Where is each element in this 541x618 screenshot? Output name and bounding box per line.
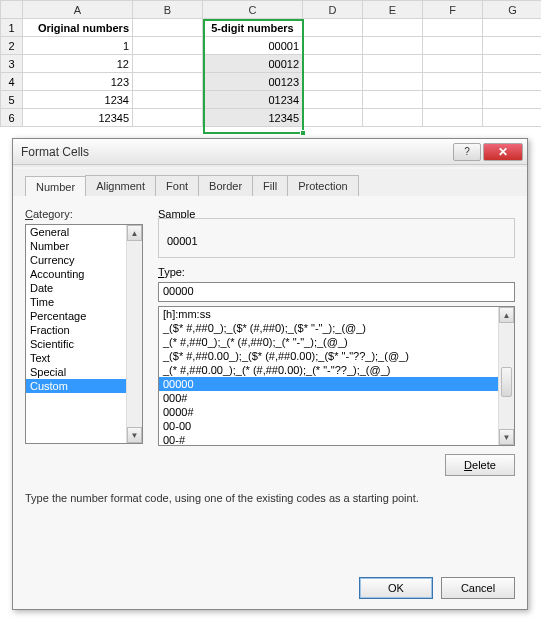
row-header-3[interactable]: 3 (1, 55, 23, 73)
cell-e2[interactable] (363, 37, 423, 55)
delete-button[interactable]: Delete (445, 454, 515, 476)
cell-e5[interactable] (363, 91, 423, 109)
tab-border[interactable]: Border (198, 175, 253, 197)
category-item[interactable]: Accounting (26, 267, 142, 281)
format-item[interactable]: _(* #,##0.00_);_(* (#,##0.00);_(* "-"??_… (159, 363, 514, 377)
col-header-b[interactable]: B (133, 1, 203, 19)
cell-g1[interactable] (483, 19, 542, 37)
cell-d2[interactable] (303, 37, 363, 55)
scroll-down-icon[interactable]: ▼ (499, 429, 514, 445)
cell-g3[interactable] (483, 55, 542, 73)
row-header-5[interactable]: 5 (1, 91, 23, 109)
category-item[interactable]: Fraction (26, 323, 142, 337)
cell-c5[interactable]: 01234 (203, 91, 303, 109)
col-header-f[interactable]: F (423, 1, 483, 19)
cell-d6[interactable] (303, 109, 363, 127)
category-item[interactable]: Text (26, 351, 142, 365)
format-item[interactable]: 00-# (159, 433, 514, 446)
col-header-e[interactable]: E (363, 1, 423, 19)
select-all-corner[interactable] (1, 1, 23, 19)
cell-g4[interactable] (483, 73, 542, 91)
category-item[interactable]: General (26, 225, 142, 239)
type-input[interactable]: 00000 (158, 282, 515, 302)
cell-d1[interactable] (303, 19, 363, 37)
category-item[interactable]: Currency (26, 253, 142, 267)
col-header-a[interactable]: A (23, 1, 133, 19)
col-header-d[interactable]: D (303, 1, 363, 19)
cell-c1[interactable]: 5-digit numbers (203, 19, 303, 37)
cell-f2[interactable] (423, 37, 483, 55)
row-header-2[interactable]: 2 (1, 37, 23, 55)
cell-a5[interactable]: 1234 (23, 91, 133, 109)
scroll-up-icon[interactable]: ▲ (499, 307, 514, 323)
row-header-4[interactable]: 4 (1, 73, 23, 91)
cell-e6[interactable] (363, 109, 423, 127)
cell-g5[interactable] (483, 91, 542, 109)
cell-e3[interactable] (363, 55, 423, 73)
tab-alignment[interactable]: Alignment (85, 175, 156, 197)
cell-b4[interactable] (133, 73, 203, 91)
category-item[interactable]: Date (26, 281, 142, 295)
category-item[interactable]: Number (26, 239, 142, 253)
scroll-thumb[interactable] (501, 367, 512, 397)
format-item-selected[interactable]: 00000 (159, 377, 514, 391)
cell-b5[interactable] (133, 91, 203, 109)
cell-d4[interactable] (303, 73, 363, 91)
category-listbox[interactable]: General Number Currency Accounting Date … (25, 224, 143, 444)
cell-g2[interactable] (483, 37, 542, 55)
cell-f5[interactable] (423, 91, 483, 109)
cell-c2[interactable]: 00001 (203, 37, 303, 55)
category-item[interactable]: Percentage (26, 309, 142, 323)
cell-d3[interactable] (303, 55, 363, 73)
tab-protection[interactable]: Protection (287, 175, 359, 197)
category-item[interactable]: Time (26, 295, 142, 309)
cell-f6[interactable] (423, 109, 483, 127)
cell-c6[interactable]: 12345 (203, 109, 303, 127)
fill-handle[interactable] (300, 130, 306, 136)
format-item[interactable]: _(* #,##0_);_(* (#,##0);_(* "-"_);_(@_) (159, 335, 514, 349)
cell-c3[interactable]: 00012 (203, 55, 303, 73)
cell-g6[interactable] (483, 109, 542, 127)
cell-a2[interactable]: 1 (23, 37, 133, 55)
cell-e1[interactable] (363, 19, 423, 37)
help-button[interactable]: ? (453, 143, 481, 161)
scroll-up-icon[interactable]: ▲ (127, 225, 142, 241)
row-header-1[interactable]: 1 (1, 19, 23, 37)
cell-d5[interactable] (303, 91, 363, 109)
category-item-custom[interactable]: Custom (26, 379, 142, 393)
format-item[interactable]: 000# (159, 391, 514, 405)
cell-a3[interactable]: 12 (23, 55, 133, 73)
row-header-6[interactable]: 6 (1, 109, 23, 127)
category-item[interactable]: Special (26, 365, 142, 379)
tab-number[interactable]: Number (25, 176, 86, 198)
format-code-listbox[interactable]: [h]:mm:ss _($* #,##0_);_($* (#,##0);_($*… (158, 306, 515, 446)
cell-b3[interactable] (133, 55, 203, 73)
tab-font[interactable]: Font (155, 175, 199, 197)
format-item[interactable]: _($* #,##0.00_);_($* (#,##0.00);_($* "-"… (159, 349, 514, 363)
cell-a4[interactable]: 123 (23, 73, 133, 91)
format-scrollbar[interactable]: ▲ ▼ (498, 307, 514, 445)
cancel-button[interactable]: Cancel (441, 577, 515, 599)
format-item[interactable]: _($* #,##0_);_($* (#,##0);_($* "-"_);_(@… (159, 321, 514, 335)
category-item[interactable]: Scientific (26, 337, 142, 351)
ok-button[interactable]: OK (359, 577, 433, 599)
cell-e4[interactable] (363, 73, 423, 91)
category-scrollbar[interactable]: ▲ ▼ (126, 225, 142, 443)
cell-f3[interactable] (423, 55, 483, 73)
cell-b2[interactable] (133, 37, 203, 55)
cell-b1[interactable] (133, 19, 203, 37)
spreadsheet-grid[interactable]: A B C D E F G 1 Original numbers 5-digit… (0, 0, 541, 127)
col-header-g[interactable]: G (483, 1, 542, 19)
format-item[interactable]: [h]:mm:ss (159, 307, 514, 321)
format-item[interactable]: 0000# (159, 405, 514, 419)
cell-b6[interactable] (133, 109, 203, 127)
dialog-titlebar[interactable]: Format Cells ? ✕ (13, 139, 527, 165)
tab-fill[interactable]: Fill (252, 175, 288, 197)
cell-a6[interactable]: 12345 (23, 109, 133, 127)
cell-f1[interactable] (423, 19, 483, 37)
cell-f4[interactable] (423, 73, 483, 91)
cell-c4[interactable]: 00123 (203, 73, 303, 91)
scroll-down-icon[interactable]: ▼ (127, 427, 142, 443)
cell-a1[interactable]: Original numbers (23, 19, 133, 37)
format-item[interactable]: 00-00 (159, 419, 514, 433)
